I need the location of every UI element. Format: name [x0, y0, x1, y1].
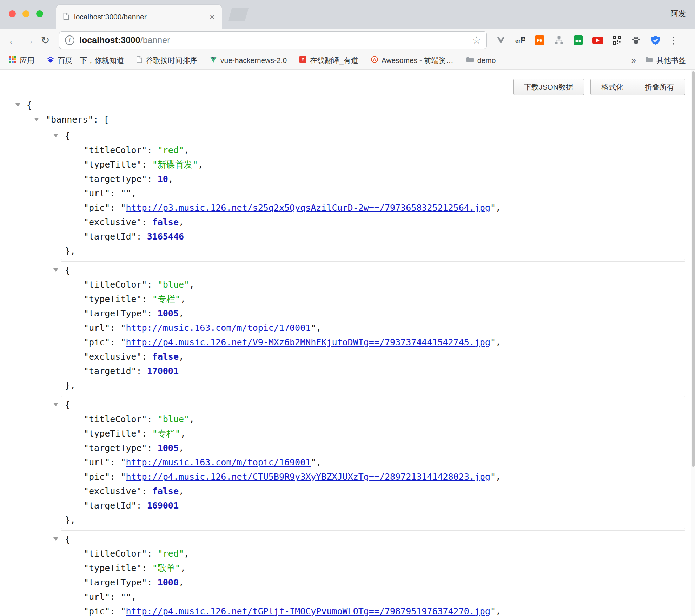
json-url-link[interactable]: http://p4.music.126.net/tGPljf-IMOCyPvum… — [126, 606, 490, 616]
collapse-all-button[interactable]: 折叠所有 — [634, 79, 685, 95]
json-punct: : — [110, 188, 120, 198]
json-url-link[interactable]: http://p3.music.126.net/s25q2x5QyqsAzilC… — [126, 203, 490, 213]
json-string: "专栏" — [152, 294, 180, 304]
shield-check-extension-icon[interactable] — [649, 34, 661, 46]
bookmark-item[interactable]: AAwesomes - 前端资… — [371, 55, 454, 65]
json-key: "typeTitle" — [84, 428, 142, 439]
json-punct: , — [180, 294, 186, 304]
json-punct: : — [137, 366, 147, 376]
bookmark-item[interactable]: 谷歌按时间排序 — [137, 55, 197, 65]
bookmark-item[interactable]: Y在线翻译_有道 — [299, 55, 358, 65]
tampermonkey-extension-icon[interactable] — [572, 34, 584, 46]
json-punct: , — [131, 188, 136, 198]
json-punct: : — [147, 174, 158, 184]
back-icon[interactable]: ← — [5, 34, 21, 46]
json-line: "targetType": 1005, — [61, 441, 685, 455]
close-window-button[interactable] — [9, 10, 16, 17]
tab-close-icon[interactable]: × — [210, 12, 215, 21]
format-button[interactable]: 格式化 — [590, 79, 634, 95]
youtube-extension-icon[interactable] — [591, 34, 603, 46]
json-line: "targetId": 3165446 — [61, 229, 685, 244]
reload-icon[interactable]: ↻ — [37, 34, 53, 46]
collapse-toggle-icon[interactable] — [34, 118, 39, 121]
menu-kebab-icon[interactable]: ⋮ — [668, 34, 680, 46]
bookmark-item[interactable]: 百度一下，你就知道 — [47, 55, 124, 65]
collapse-toggle-icon[interactable] — [53, 134, 58, 137]
json-line: "targetType": 1000, — [61, 575, 685, 590]
json-brace: { — [27, 100, 32, 110]
json-line: { — [61, 263, 685, 277]
json-line: "exclusive": false, — [61, 215, 685, 229]
json-quote: " — [120, 457, 126, 467]
json-action-bar: 下载JSON数据 格式化 折叠所有 — [513, 79, 685, 95]
youdao-translate-extension-icon[interactable]: en英 — [514, 34, 526, 46]
new-tab-button[interactable] — [228, 8, 249, 21]
json-punct: : — [110, 592, 120, 602]
json-punct: , — [496, 472, 501, 482]
json-brace: { — [65, 265, 70, 275]
profile-name[interactable]: 阿发 — [670, 8, 686, 19]
youdao-icon: Y — [299, 56, 306, 65]
minimize-window-button[interactable] — [22, 10, 29, 17]
json-key: "titleColor" — [84, 280, 147, 290]
json-number: 169001 — [147, 500, 179, 511]
sitemap-extension-icon[interactable] — [553, 34, 565, 46]
baidu-paw-icon — [47, 56, 54, 65]
forward-icon[interactable]: → — [21, 34, 37, 46]
scrollbar-thumb[interactable] — [692, 71, 695, 467]
json-punct: , — [168, 174, 173, 184]
json-quote: " — [120, 323, 126, 333]
json-punct: : — [147, 414, 158, 424]
fehelper-extension-icon[interactable]: FE — [534, 34, 545, 46]
json-punct: : — [147, 308, 158, 319]
json-string: "新碟首发" — [152, 159, 198, 170]
json-line: }, — [61, 244, 685, 258]
address-bar[interactable]: i localhost:3000/banner ☆ — [59, 31, 487, 49]
zoom-window-button[interactable] — [36, 10, 43, 17]
folder-icon — [645, 56, 653, 65]
collapse-toggle-icon[interactable] — [53, 403, 58, 406]
bookmark-label: 在线翻译_有道 — [310, 55, 358, 65]
json-line: { — [61, 129, 685, 143]
bookmark-item[interactable]: demo — [466, 56, 496, 65]
json-punct: , — [496, 606, 501, 616]
browser-tab[interactable]: localhost:3000/banner × — [56, 5, 222, 29]
bookmark-star-icon[interactable]: ☆ — [472, 34, 481, 46]
qrcode-extension-icon[interactable] — [611, 34, 623, 46]
json-quote: " — [120, 337, 126, 347]
json-line: { — [61, 532, 685, 546]
download-json-button[interactable]: 下载JSON数据 — [513, 79, 584, 95]
json-quote: " — [120, 472, 126, 482]
json-key: "targetType" — [84, 308, 147, 319]
vimium-v-extension-icon[interactable] — [495, 34, 507, 46]
bookmark-item[interactable]: vue-hackernews-2.0 — [210, 56, 287, 65]
json-punct: : — [110, 472, 120, 482]
json-punct: : — [147, 577, 158, 588]
collapse-toggle-icon[interactable] — [15, 103, 20, 107]
json-line: "url": "http://music.163.com/m/topic/169… — [61, 455, 685, 470]
json-url-link[interactable]: http://music.163.com/m/topic/170001 — [126, 323, 311, 333]
bookmark-apps[interactable]: 应用 — [9, 55, 34, 65]
vertical-scrollbar[interactable] — [691, 70, 695, 616]
collapse-toggle-icon[interactable] — [53, 268, 58, 272]
json-key: "pic" — [84, 203, 110, 213]
bookmark-label: 谷歌按时间排序 — [146, 55, 197, 65]
json-line: "titleColor": "blue", — [61, 277, 685, 292]
json-url-link[interactable]: http://p4.music.126.net/V9-MXz6b2MNhEKju… — [126, 337, 490, 347]
bookmarks-overflow-icon[interactable]: » — [631, 55, 636, 65]
json-quote: " — [490, 472, 496, 482]
paw-extension-icon[interactable] — [630, 34, 642, 46]
json-punct: , — [198, 159, 203, 170]
json-number: 10 — [158, 174, 168, 184]
page-icon — [137, 56, 142, 65]
json-url-link[interactable]: http://music.163.com/m/topic/169001 — [126, 457, 311, 467]
collapse-toggle-icon[interactable] — [53, 537, 58, 541]
json-punct: : — [142, 563, 152, 573]
bookmark-other-folder[interactable]: 其他书签 — [645, 55, 686, 65]
json-url-link[interactable]: http://p4.music.126.net/CTU5B9R9y3XyYBZX… — [126, 472, 490, 482]
json-punct: : — [147, 145, 158, 155]
json-object-box: {"titleColor": "blue","typeTitle": "专栏",… — [61, 396, 685, 529]
awesomes-icon: A — [371, 56, 378, 65]
json-quote: " — [311, 323, 316, 333]
info-icon[interactable]: i — [65, 35, 74, 45]
